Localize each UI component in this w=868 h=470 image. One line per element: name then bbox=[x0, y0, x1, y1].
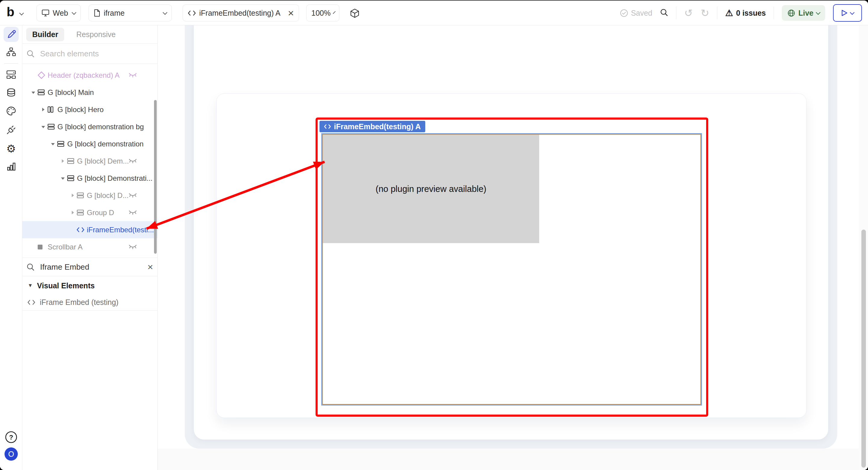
caret-right-icon[interactable] bbox=[39, 107, 47, 112]
search-elements-input[interactable] bbox=[39, 49, 130, 59]
issues-indicator[interactable]: ⚠ 0 issues bbox=[725, 9, 766, 18]
panel-tabs: Builder Responsive bbox=[22, 25, 157, 44]
rail-item-edit[interactable] bbox=[4, 27, 19, 42]
component-list-item[interactable]: iFrame Embed (testing) bbox=[22, 294, 157, 310]
plug-icon bbox=[6, 125, 16, 135]
chevron-down-icon bbox=[163, 10, 167, 15]
toolbar-divider bbox=[774, 7, 774, 19]
visual-elements-items: iFrame Embed (testing) bbox=[22, 294, 157, 310]
avatar-initial: O bbox=[8, 450, 14, 459]
insert-search-input[interactable] bbox=[39, 262, 127, 272]
element-tab[interactable]: iFrameEmbed(testing) A × bbox=[183, 4, 299, 21]
component-box-button[interactable] bbox=[350, 8, 359, 19]
tree-row[interactable]: G [block] Hero bbox=[22, 101, 157, 118]
editor-canvas[interactable]: iFrameEmbed(testing) A (no plugin previe… bbox=[158, 25, 868, 470]
rows-icon bbox=[76, 209, 85, 216]
file-icon bbox=[94, 9, 100, 17]
database-icon bbox=[6, 88, 16, 99]
logo-chevron-down-icon[interactable] bbox=[19, 11, 24, 15]
builder-logo[interactable]: b bbox=[7, 5, 14, 19]
rail-item-settings[interactable]: ⚙ bbox=[4, 141, 19, 156]
save-status: Saved bbox=[620, 9, 652, 18]
tree-row[interactable]: G [block] demonstration bg bbox=[22, 118, 157, 135]
tree-row[interactable]: Scrollbar A bbox=[22, 238, 157, 255]
search-icon bbox=[27, 263, 35, 271]
tree-row-label: Scrollbar A bbox=[48, 243, 83, 251]
redo-icon[interactable]: ↻ bbox=[701, 8, 710, 18]
selection-label[interactable]: iFrameEmbed(testing) A bbox=[319, 121, 425, 132]
selected-element-outline[interactable]: iFrameEmbed(testing) A (no plugin previe… bbox=[315, 118, 708, 417]
check-circle-icon bbox=[620, 9, 628, 17]
clear-search-icon[interactable]: × bbox=[147, 262, 153, 272]
question-icon: ? bbox=[4, 431, 18, 444]
caret-down-icon[interactable] bbox=[29, 91, 37, 94]
selection-label-text: iFrameEmbed(testing) A bbox=[334, 122, 421, 131]
user-avatar[interactable]: O bbox=[4, 447, 18, 461]
help-button[interactable]: ? bbox=[4, 431, 18, 444]
canvas-scrollbar-track[interactable] bbox=[859, 25, 868, 470]
tree-row[interactable]: Group D bbox=[22, 204, 157, 221]
hidden-eye-icon[interactable] bbox=[129, 71, 137, 80]
platform-dropdown[interactable]: Web bbox=[36, 4, 81, 21]
layer-tree: Header (zqbackend) AG [block] MainG [blo… bbox=[22, 64, 157, 258]
caret-down-icon[interactable] bbox=[49, 142, 57, 146]
toolbar-divider bbox=[717, 7, 717, 19]
tree-row-label: iFrameEmbed(testi... bbox=[87, 226, 154, 234]
canvas-scrollbar-thumb[interactable] bbox=[861, 229, 866, 468]
hidden-eye-icon[interactable] bbox=[129, 157, 137, 165]
visual-elements-section-header[interactable]: ▼ Visual Elements bbox=[22, 278, 157, 293]
hidden-eye-icon[interactable] bbox=[129, 191, 137, 200]
component-item-label: iFrame Embed (testing) bbox=[40, 298, 119, 307]
toolbar-divider bbox=[676, 7, 676, 19]
caret-right-icon[interactable] bbox=[59, 159, 67, 163]
rail-item-integrations[interactable] bbox=[4, 123, 19, 138]
rail-item-models[interactable] bbox=[4, 67, 19, 83]
preview-play-button[interactable] bbox=[833, 4, 862, 22]
tab-builder[interactable]: Builder bbox=[26, 28, 64, 41]
tree-row[interactable]: iFrameEmbed(testi... bbox=[22, 221, 157, 238]
undo-icon[interactable]: ↺ bbox=[684, 8, 693, 18]
tree-row-label: Group D bbox=[87, 209, 114, 217]
models-icon bbox=[6, 70, 16, 81]
tree-row[interactable]: G [block] Demonstrati... bbox=[22, 169, 157, 187]
tree-row[interactable]: Header (zqbackend) A bbox=[22, 67, 157, 84]
hidden-eye-icon[interactable] bbox=[129, 243, 137, 251]
tree-scrollbar[interactable] bbox=[154, 100, 157, 254]
page-dropdown[interactable]: iframe bbox=[89, 4, 172, 21]
caret-right-icon[interactable] bbox=[68, 211, 76, 215]
chevron-down-icon bbox=[333, 11, 336, 13]
zoom-dropdown[interactable]: 100% bbox=[306, 4, 339, 21]
search-icon bbox=[27, 50, 35, 58]
search-button[interactable] bbox=[660, 8, 668, 18]
rows-icon bbox=[76, 192, 85, 198]
tree-row[interactable]: G [block] Main bbox=[22, 84, 157, 101]
diamond-icon bbox=[37, 71, 45, 79]
page-label: iframe bbox=[104, 9, 124, 18]
caret-right-icon[interactable] bbox=[68, 193, 76, 197]
iframe-embed-element[interactable]: (no plugin preview available) bbox=[321, 133, 702, 406]
caret-down-icon[interactable] bbox=[59, 177, 67, 180]
close-icon[interactable]: × bbox=[288, 8, 294, 18]
section-divider bbox=[22, 310, 157, 311]
rail-item-insights[interactable] bbox=[4, 159, 19, 175]
tree-row[interactable]: G [block] demonstration bbox=[22, 135, 157, 152]
tab-responsive[interactable]: Responsive bbox=[70, 28, 122, 41]
rail-divider bbox=[4, 63, 18, 64]
rows-icon bbox=[57, 141, 65, 147]
pencil-icon bbox=[6, 29, 16, 40]
rows-icon bbox=[67, 175, 75, 181]
zoom-level: 100% bbox=[311, 9, 331, 18]
tree-row-label: G [block] Hero bbox=[58, 105, 104, 114]
live-label: Live bbox=[798, 9, 813, 18]
rail-item-design[interactable] bbox=[4, 104, 19, 119]
rail-item-data[interactable] bbox=[4, 86, 19, 101]
caret-down-icon[interactable] bbox=[39, 125, 47, 129]
tree-row[interactable]: G [block] D... bbox=[22, 187, 157, 204]
caret-down-icon: ▼ bbox=[28, 283, 33, 289]
hidden-eye-icon[interactable] bbox=[129, 209, 137, 217]
rail-item-layers[interactable] bbox=[4, 45, 19, 60]
tree-row[interactable]: G [block] Dem... bbox=[22, 152, 157, 169]
saved-label: Saved bbox=[631, 9, 652, 18]
live-status-dropdown[interactable]: Live bbox=[782, 5, 825, 21]
tree-row-label: G [block] demonstration bbox=[67, 140, 144, 148]
